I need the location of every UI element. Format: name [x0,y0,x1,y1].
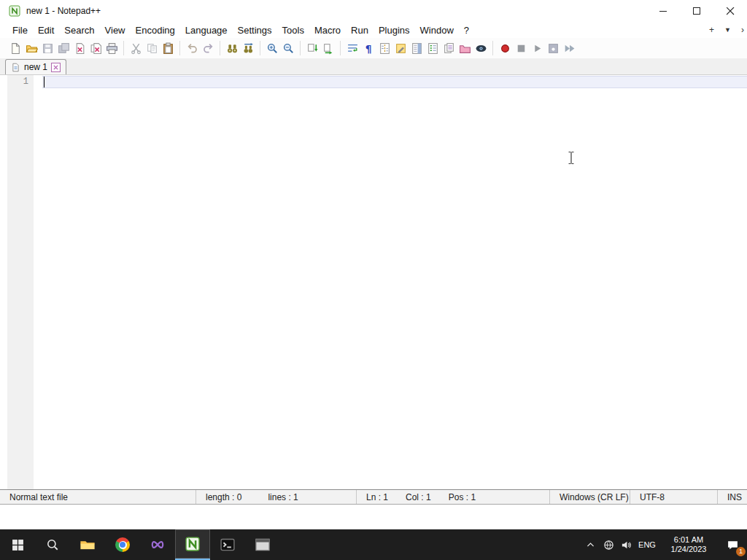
folder-as-workspace-button[interactable] [457,40,473,56]
menu-plugins[interactable]: Plugins [374,23,415,37]
stop-recording-icon [515,42,527,55]
svg-text:¶: ¶ [365,42,371,54]
menu-view[interactable]: View [100,23,131,37]
close-all-icon [90,42,102,55]
menu-encoding[interactable]: Encoding [131,23,180,37]
stop-recording-button[interactable] [513,40,529,56]
zoom-out-button[interactable] [280,40,296,56]
document-map-icon [411,42,423,55]
overflow-chevron-icon[interactable]: › [741,25,744,35]
record-macro-button[interactable] [497,40,513,56]
editor-area[interactable]: 1 [0,75,747,489]
new-file-icon [9,42,22,55]
define-language-button[interactable] [392,40,409,56]
status-doc-type: Normal text file [0,490,196,504]
close-file-icon [74,42,86,55]
taskbar-app-visual-studio[interactable] [140,529,175,560]
monitoring-button[interactable] [473,40,489,56]
taskbar-app-window[interactable] [245,529,280,560]
windows-logo-icon [12,539,24,551]
toolbar-separator [260,41,260,55]
tray-volume-button[interactable] [617,529,635,560]
action-center-button[interactable]: 1 [718,529,747,560]
taskbar-app-file-explorer[interactable] [70,529,105,560]
maximize-button[interactable] [680,0,713,22]
redo-button[interactable] [200,40,216,56]
zoom-in-button[interactable] [264,40,280,56]
taskbar-app-notepad-plus-plus[interactable] [175,529,210,560]
run-macro-multiple-button[interactable] [561,40,577,56]
status-encoding[interactable]: UTF-8 [630,490,717,504]
tray-language-button[interactable]: ENG [635,529,659,560]
cut-button[interactable] [128,40,144,56]
app-window-icon [255,537,271,553]
tab-new-1[interactable]: new 1 [5,59,66,74]
menu-language[interactable]: Language [180,23,233,37]
document-icon [11,63,20,72]
notepadpp-taskbar-icon [185,536,201,552]
show-all-characters-icon: ¶ [363,42,375,55]
minimize-button[interactable] [646,0,680,22]
menu-help[interactable]: ? [459,23,474,37]
toolbar-separator [179,41,180,55]
copy-icon [146,42,158,55]
close-file-button[interactable] [71,40,88,56]
close-all-button[interactable] [88,40,104,56]
print-button[interactable] [104,40,120,56]
line-number-gutter: 1 [7,75,34,489]
text-caret [44,77,44,88]
tab-label: new 1 [24,62,47,72]
menu-edit[interactable]: Edit [33,23,59,37]
tray-network-button[interactable] [600,529,617,560]
mouse-cursor-ibeam [568,151,575,165]
playback-macro-button[interactable] [529,40,545,56]
taskbar-app-chrome[interactable] [105,529,140,560]
menu-run[interactable]: Run [346,23,374,37]
tab-close-icon [53,65,58,70]
save-macro-button[interactable] [545,40,561,56]
find-button[interactable] [224,40,240,56]
save-file-button[interactable] [39,40,55,56]
menu-tools[interactable]: Tools [277,23,309,37]
sync-vertical-scroll-icon [306,42,319,55]
new-file-button[interactable] [7,40,23,56]
paste-button[interactable] [160,40,176,56]
status-typing-mode[interactable]: INS [717,490,747,504]
notepadpp-app-icon [9,5,20,17]
line-number: 1 [7,76,28,88]
toolbar-separator [123,41,124,55]
replace-button[interactable] [240,40,256,56]
status-eol-format[interactable]: Windows (CR LF) [549,490,630,504]
new-tab-plus-button[interactable]: + [709,25,714,35]
show-indent-guide-button[interactable] [376,40,392,56]
start-button[interactable] [0,529,35,560]
show-all-characters-button[interactable]: ¶ [360,40,376,56]
tray-date: 1/24/2023 [671,545,707,554]
maximize-icon [693,7,701,15]
taskbar-search-button[interactable] [35,529,70,560]
open-file-button[interactable] [23,40,39,56]
taskbar-app-command-prompt[interactable] [210,529,245,560]
close-button[interactable] [713,0,747,22]
sync-vertical-scroll-button[interactable] [304,40,320,56]
document-map-button[interactable] [409,40,425,56]
tab-list-dropdown-icon[interactable]: ▼ [724,26,731,34]
menu-search[interactable]: Search [59,23,99,37]
save-all-button[interactable] [55,40,71,56]
sync-horizontal-scroll-button[interactable] [320,40,336,56]
document-list-button[interactable] [441,40,457,56]
menu-file[interactable]: File [7,23,33,37]
menu-macro[interactable]: Macro [309,23,346,37]
copy-button[interactable] [144,40,160,56]
menu-settings[interactable]: Settings [233,23,277,37]
tray-expand-button[interactable] [581,529,600,560]
function-list-button[interactable] [425,40,441,56]
chrome-icon [115,537,130,552]
tab-close-button[interactable] [51,63,61,72]
find-icon [226,42,239,55]
tray-clock-button[interactable]: 6:01 AM 1/24/2023 [659,529,718,560]
word-wrap-button[interactable] [344,40,360,56]
undo-button[interactable] [184,40,200,56]
zoom-out-icon [282,42,295,55]
menu-window[interactable]: Window [415,23,459,37]
